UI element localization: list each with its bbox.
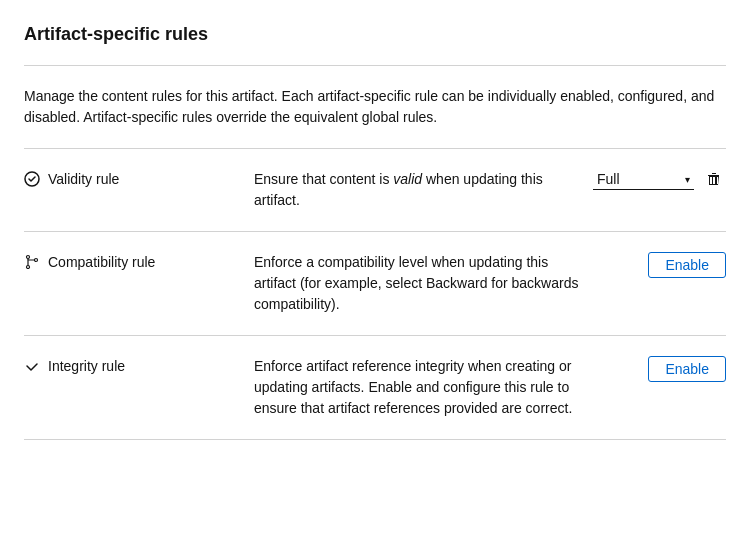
rule-name-validity: Validity rule — [24, 169, 254, 187]
validity-delete-button[interactable] — [702, 169, 726, 189]
validity-select-wrapper: Full Syntax only None ▾ — [593, 169, 694, 190]
integrity-rule-label: Integrity rule — [48, 358, 125, 374]
compatibility-rule-label: Compatibility rule — [48, 254, 155, 270]
validity-select[interactable]: Full Syntax only None — [593, 169, 694, 190]
page-title: Artifact-specific rules — [24, 24, 726, 45]
rules-table: Validity rule Ensure that content is val… — [24, 149, 726, 440]
circle-check-icon — [24, 171, 40, 187]
checkmark-icon — [24, 358, 40, 374]
integrity-rule-description: Enforce artifact reference integrity whe… — [254, 356, 606, 419]
svg-point-3 — [35, 259, 38, 262]
rule-row-compatibility: Compatibility rule Enforce a compatibili… — [24, 232, 726, 336]
rule-row-integrity: Integrity rule Enforce artifact referenc… — [24, 336, 726, 440]
compatibility-rule-actions: Enable — [606, 252, 726, 278]
rule-name-integrity: Integrity rule — [24, 356, 254, 374]
validity-rule-actions: Full Syntax only None ▾ — [593, 169, 726, 190]
integrity-enable-button[interactable]: Enable — [648, 356, 726, 382]
svg-point-1 — [27, 256, 30, 259]
page-description: Manage the content rules for this artifa… — [24, 66, 726, 149]
svg-point-2 — [27, 266, 30, 269]
validity-rule-label: Validity rule — [48, 171, 119, 187]
rule-name-compatibility: Compatibility rule — [24, 252, 254, 270]
branch-icon — [24, 254, 40, 270]
page-container: Artifact-specific rules Manage the conte… — [0, 0, 750, 464]
integrity-rule-actions: Enable — [606, 356, 726, 382]
compatibility-enable-button[interactable]: Enable — [648, 252, 726, 278]
compatibility-rule-description: Enforce a compatibility level when updat… — [254, 252, 606, 315]
validity-rule-description: Ensure that content is valid when updati… — [254, 169, 593, 211]
rule-row-validity: Validity rule Ensure that content is val… — [24, 149, 726, 232]
trash-icon — [706, 171, 722, 187]
